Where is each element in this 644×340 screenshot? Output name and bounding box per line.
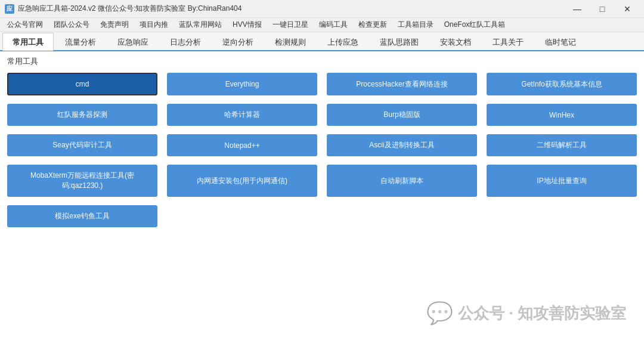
app-icon: 应 [5,4,14,14]
tab-0[interactable]: 常用工具 [2,33,54,51]
tab-6[interactable]: 上传应急 [317,33,369,51]
menu-item-[interactable]: 公众号官网 [2,18,48,31]
tool-button-7[interactable]: WinHex [487,104,637,126]
titlebar: 应 应急响应工具箱-2024.v2 微信公众号:知攻善防实验室 By:China… [0,0,644,18]
tool-button-14[interactable]: 自动刷新脚本 [327,165,477,197]
watermark-text: 公众号 · 知攻善防实验室 [458,303,626,324]
tabbar: 常用工具流量分析应急响应日志分析逆向分析检测规则上传应急蓝队思路图安装文档工具关… [0,32,644,51]
tool-grid: cmdEverythingProcessHacker查看网络连接GetInfo获… [7,73,637,227]
menu-item-[interactable]: 蓝队常用网站 [174,18,227,31]
menu-item-[interactable]: 一键日卫星 [268,18,313,31]
menu-item-[interactable]: 项目内推 [135,18,173,31]
tab-10[interactable]: 临时笔记 [535,33,586,51]
tool-button-15[interactable]: IP地址批量查询 [487,165,637,197]
tool-button-8[interactable]: Seay代码审计工具 [7,134,157,156]
tool-button-5[interactable]: 哈希计算器 [167,104,317,126]
tool-button-16[interactable]: 模拟exe钓鱼工具 [7,205,157,227]
tool-button-3[interactable]: GetInfo获取系统基本信息 [487,73,637,95]
close-button[interactable]: ✕ [615,3,639,15]
tool-button-4[interactable]: 红队服务器探测 [7,104,157,126]
tab-5[interactable]: 检测规则 [265,33,316,51]
menu-item-[interactable]: 检查更新 [354,18,392,31]
watermark: 💬 公众号 · 知攻善防实验室 [426,301,626,326]
maximize-button[interactable]: □ [590,3,614,15]
minimize-button[interactable]: — [565,3,589,15]
tool-button-9[interactable]: Notepad++ [167,134,317,156]
tool-button-13[interactable]: 内网通安装包(用于内网通信) [167,165,317,197]
menu-item-[interactable]: 免责声明 [95,18,134,31]
content-area: 常用工具 cmdEverythingProcessHacker查看网络连接Get… [0,51,644,340]
tool-button-10[interactable]: Ascii及进制转换工具 [327,134,477,156]
tool-button-2[interactable]: ProcessHacker查看网络连接 [327,73,477,95]
section-title: 常用工具 [7,56,637,67]
tab-4[interactable]: 逆向分析 [212,33,264,51]
menu-item-HVV[interactable]: HVV情报 [228,18,267,31]
menu-item-[interactable]: 编码工具 [314,18,352,31]
tab-3[interactable]: 日志分析 [160,33,211,51]
tool-button-0[interactable]: cmd [7,73,157,95]
menu-item-[interactable]: 团队公众号 [49,18,94,31]
tab-7[interactable]: 蓝队思路图 [370,33,429,51]
menubar: 公众号官网团队公众号免责声明项目内推蓝队常用网站HVV情报一键日卫星编码工具检查… [0,18,644,32]
tool-button-12[interactable]: MobaXterm万能远程连接工具(密码:qaz1230.) [7,165,157,197]
window-controls: — □ ✕ [565,3,639,15]
tool-button-1[interactable]: Everything [167,73,317,95]
tool-button-11[interactable]: 二维码解析工具 [487,134,637,156]
tab-8[interactable]: 安装文档 [430,33,481,51]
tab-2[interactable]: 应急响应 [107,33,159,51]
watermark-icon: 💬 [426,301,453,326]
menu-item-OneFox[interactable]: OneFox红队工具箱 [439,18,510,31]
tab-9[interactable]: 工具关于 [482,33,534,51]
menu-item-[interactable]: 工具箱目录 [393,18,438,31]
tab-1[interactable]: 流量分析 [55,33,106,51]
title-text: 应急响应工具箱-2024.v2 微信公众号:知攻善防实验室 By:ChinaRa… [18,4,565,14]
tool-button-6[interactable]: Burp稳固版 [327,104,477,126]
